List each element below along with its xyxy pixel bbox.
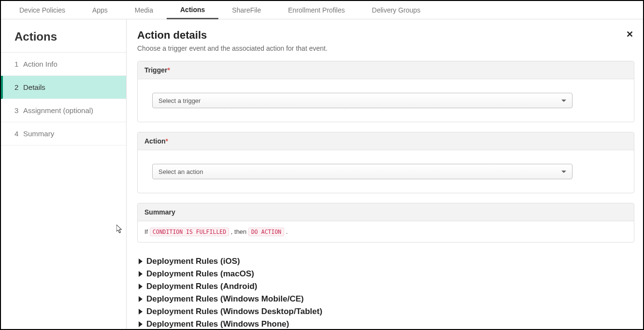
triangle-right-icon — [139, 296, 143, 302]
deployment-rule-ios[interactable]: Deployment Rules (iOS) — [137, 255, 634, 268]
page-subtitle: Choose a trigger event and the associate… — [137, 44, 634, 52]
step-label: Details — [23, 83, 45, 91]
rule-label: Deployment Rules (Windows Mobile/CE) — [146, 294, 304, 304]
summary-body: If CONDITION IS FULFILLED , then DO ACTI… — [138, 221, 634, 242]
summary-condition-code: CONDITION IS FULFILLED — [150, 228, 229, 236]
tab-apps[interactable]: Apps — [79, 1, 121, 19]
tab-device-policies[interactable]: Device Policies — [6, 1, 79, 19]
tab-sharefile[interactable]: ShareFile — [218, 1, 274, 19]
deployment-rule-android[interactable]: Deployment Rules (Android) — [137, 280, 634, 293]
required-marker: * — [166, 137, 168, 145]
action-panel-header: Action* — [138, 132, 634, 150]
chevron-down-icon — [561, 171, 566, 173]
trigger-panel-header: Trigger* — [138, 61, 634, 79]
step-number: 4 — [14, 129, 23, 138]
required-marker: * — [167, 66, 170, 74]
sidebar-title: Actions — [1, 28, 126, 53]
triangle-right-icon — [139, 284, 143, 289]
deployment-rule-macos[interactable]: Deployment Rules (macOS) — [137, 268, 634, 280]
tab-media[interactable]: Media — [121, 1, 167, 19]
tab-actions[interactable]: Actions — [167, 1, 218, 19]
step-label: Action Info — [23, 60, 57, 68]
deployment-rule-windows-mobile[interactable]: Deployment Rules (Windows Mobile/CE) — [137, 293, 634, 305]
triangle-right-icon — [139, 309, 143, 315]
triangle-right-icon — [139, 258, 143, 264]
rule-label: Deployment Rules (Android) — [146, 282, 258, 291]
step-number: 2 — [14, 83, 23, 91]
step-summary[interactable]: 4 Summary — [1, 122, 126, 145]
rule-label: Deployment Rules (macOS) — [146, 269, 254, 279]
trigger-header-label: Trigger — [144, 66, 167, 74]
summary-panel: Summary If CONDITION IS FULFILLED , then… — [137, 203, 634, 243]
chevron-down-icon — [561, 100, 566, 102]
summary-action-code: DO ACTION — [248, 228, 284, 236]
trigger-select[interactable]: Select a trigger — [152, 93, 572, 108]
action-header-label: Action — [144, 137, 166, 145]
summary-panel-header: Summary — [138, 203, 634, 221]
deployment-rule-windows-phone[interactable]: Deployment Rules (Windows Phone) — [137, 318, 634, 329]
step-assignment[interactable]: 3 Assignment (optional) — [1, 99, 126, 122]
step-label: Summary — [23, 129, 54, 138]
rule-label: Deployment Rules (Windows Desktop/Tablet… — [146, 307, 322, 316]
deployment-rule-windows-desktop[interactable]: Deployment Rules (Windows Desktop/Tablet… — [137, 305, 634, 318]
trigger-panel: Trigger* Select a trigger — [137, 61, 634, 122]
rule-label: Deployment Rules (Windows Phone) — [146, 319, 289, 329]
action-panel: Action* Select an action — [137, 132, 634, 193]
main-content: ✕ Action details Choose a trigger event … — [127, 19, 643, 329]
step-details[interactable]: 2 Details — [1, 76, 126, 99]
page-title: Action details — [137, 29, 634, 42]
rule-label: Deployment Rules (iOS) — [146, 257, 240, 266]
triangle-right-icon — [139, 321, 143, 327]
action-select-placeholder: Select an action — [158, 168, 203, 175]
tab-delivery-groups[interactable]: Delivery Groups — [358, 1, 434, 19]
step-action-info[interactable]: 1 Action Info — [1, 53, 126, 76]
summary-suffix: . — [286, 228, 288, 235]
wizard-sidebar: Actions 1 Action Info 2 Details 3 Assign… — [1, 19, 127, 329]
tab-enrollment-profiles[interactable]: Enrollment Profiles — [274, 1, 358, 19]
action-select[interactable]: Select an action — [152, 164, 572, 179]
triangle-right-icon — [139, 271, 143, 277]
deployment-rules-list: Deployment Rules (iOS) Deployment Rules … — [137, 255, 634, 329]
summary-prefix: If — [144, 228, 150, 235]
step-number: 3 — [14, 106, 23, 115]
close-button[interactable]: ✕ — [626, 29, 633, 40]
summary-middle: , then — [231, 228, 248, 235]
step-number: 1 — [14, 60, 23, 68]
top-tabs: Device Policies Apps Media Actions Share… — [1, 1, 643, 19]
trigger-select-placeholder: Select a trigger — [158, 97, 200, 104]
step-label: Assignment (optional) — [23, 106, 93, 115]
